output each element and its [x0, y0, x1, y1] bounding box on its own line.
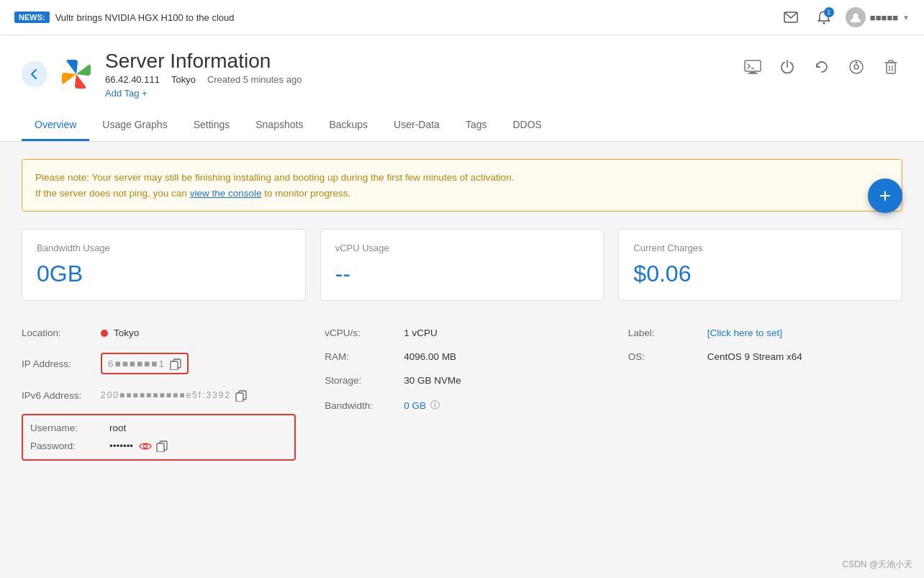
charges-value: $0.06	[633, 261, 887, 287]
page-title: Server Information	[105, 50, 302, 73]
tab-backups[interactable]: Backups	[316, 110, 381, 141]
location-label: Location:	[22, 328, 101, 338]
svg-rect-16	[236, 393, 243, 402]
stat-card-vcpu: vCPU Usage --	[320, 229, 604, 301]
power-icon[interactable]	[776, 55, 799, 78]
credentials-wrapper: Username: root Password: •••••••	[22, 414, 296, 461]
notification-icon[interactable]: 1	[812, 6, 835, 29]
tab-bar: Overview Usage Graphs Settings Snapshots…	[22, 110, 902, 141]
username-row: Username: root	[30, 420, 287, 436]
svg-rect-10	[887, 63, 895, 73]
news-bar: NEWS: Vultr brings NVIDIA HGX H100 to th…	[0, 0, 924, 35]
copy-password-icon[interactable]	[156, 439, 168, 452]
delete-icon[interactable]	[879, 55, 902, 78]
os-label: OS:	[628, 351, 707, 362]
svg-point-17	[144, 445, 148, 448]
charges-label: Current Charges	[633, 243, 887, 253]
ram-row: RAM: 4096.00 MB	[325, 345, 599, 369]
location-row: Location: Tokyo	[22, 321, 296, 345]
os-row: OS: CentOS 9 Stream x64	[628, 345, 902, 369]
label-set-link[interactable]: [Click here to set]	[707, 328, 782, 338]
svg-rect-3	[745, 60, 761, 71]
info-grid: Location: Tokyo IP Address: 6■■■■■■1	[22, 321, 902, 461]
location-dot	[101, 330, 108, 337]
disk-icon[interactable]	[845, 55, 868, 78]
news-bar-right: 1 ■■■■■ ▼	[779, 6, 910, 29]
tab-snapshots[interactable]: Snapshots	[243, 110, 316, 141]
bandwidth-row: Bandwidth: 0 GB ⓘ	[325, 392, 599, 418]
vcpus-value: 1 vCPU	[404, 328, 438, 338]
server-meta: 66.42.40.111 Tokyo Created 5 minutes ago	[105, 74, 302, 85]
svg-rect-14	[171, 361, 178, 370]
tab-tags[interactable]: Tags	[453, 110, 500, 141]
view-console-link[interactable]: view the console	[190, 188, 262, 199]
ip-wrapper: 6■■■■■■1	[101, 353, 189, 374]
bandwidth-info-value[interactable]: 0 GB	[404, 400, 426, 411]
ip-value: 6■■■■■■1	[108, 358, 166, 369]
info-col-2: vCPU/s: 1 vCPU RAM: 4096.00 MB Storage: …	[325, 321, 599, 461]
tab-user-data[interactable]: User-Data	[381, 110, 453, 141]
header-actions	[741, 50, 902, 78]
vcpus-label: vCPU/s:	[325, 328, 404, 338]
bandwidth-value: 0GB	[37, 261, 291, 287]
tab-ddos[interactable]: DDOS	[499, 110, 554, 141]
stat-card-charges: Current Charges $0.06	[618, 229, 902, 301]
user-dropdown-icon: ▼	[902, 14, 910, 22]
main-content: Please note: Your server may still be fi…	[0, 142, 924, 545]
label-info-label: Label:	[628, 328, 707, 338]
password-row: Password: •••••••	[30, 436, 287, 455]
add-tag-button[interactable]: Add Tag +	[105, 88, 148, 99]
ip-row: IP Address: 6■■■■■■1	[22, 345, 296, 382]
ram-label: RAM:	[325, 351, 404, 362]
show-password-icon[interactable]	[139, 441, 152, 451]
notice-line2-pre: If the server does not ping, you can	[35, 188, 190, 199]
notification-badge: 1	[824, 7, 834, 17]
copy-ip-icon[interactable]	[170, 357, 181, 370]
location-value: Tokyo	[114, 328, 139, 338]
server-title: Server Information 66.42.40.111 Tokyo Cr…	[105, 50, 302, 99]
stat-card-bandwidth: Bandwidth Usage 0GB	[22, 229, 306, 301]
console-icon[interactable]	[741, 55, 764, 78]
tab-usage-graphs[interactable]: Usage Graphs	[89, 110, 180, 141]
svg-point-8	[854, 65, 859, 69]
username-display: ■■■■■	[870, 12, 898, 23]
bandwidth-info-label: Bandwidth:	[325, 400, 404, 411]
back-button[interactable]	[22, 61, 47, 87]
news-label: NEWS:	[14, 12, 50, 23]
server-location: Tokyo	[171, 74, 196, 85]
ipv6-value: 200■■■■■■■■■■e5f:3392	[101, 390, 231, 400]
svg-point-9	[856, 62, 858, 64]
ip-label: IP Address:	[22, 358, 101, 369]
notice-line2: If the server does not ping, you can vie…	[35, 186, 889, 202]
os-value: CentOS 9 Stream x64	[707, 351, 802, 362]
tab-overview[interactable]: Overview	[22, 110, 89, 141]
ram-value: 4096.00 MB	[404, 351, 456, 362]
news-text: Vultr brings NVIDIA HGX H100 to the clou…	[55, 12, 235, 23]
fab-button[interactable]: +	[868, 179, 902, 213]
server-ip: 66.42.40.111	[105, 74, 160, 85]
svg-point-1	[823, 22, 825, 24]
bandwidth-label: Bandwidth Usage	[37, 243, 291, 253]
ipv6-row: IPv6 Address: 200■■■■■■■■■■e5f:3392	[22, 382, 296, 408]
ipv6-label: IPv6 Address:	[22, 390, 101, 401]
label-row: Label: [Click here to set]	[628, 321, 902, 345]
copy-ipv6-icon[interactable]	[235, 389, 247, 402]
header-left: Server Information 66.42.40.111 Tokyo Cr…	[22, 50, 302, 99]
vcpu-value: --	[335, 261, 589, 287]
tab-settings[interactable]: Settings	[181, 110, 243, 141]
stats-row: Bandwidth Usage 0GB vCPU Usage -- Curren…	[22, 229, 902, 301]
mail-icon[interactable]	[779, 6, 802, 29]
username-label: Username:	[30, 423, 109, 433]
password-label: Password:	[30, 441, 109, 451]
bandwidth-help-icon[interactable]: ⓘ	[430, 399, 440, 412]
news-bar-left: NEWS: Vultr brings NVIDIA HGX H100 to th…	[14, 12, 234, 23]
server-created: Created 5 minutes ago	[207, 74, 302, 85]
password-value: •••••••	[109, 441, 133, 451]
user-menu[interactable]: ■■■■■ ▼	[846, 7, 910, 27]
restart-icon[interactable]	[810, 55, 833, 78]
page-header: Server Information 66.42.40.111 Tokyo Cr…	[0, 35, 924, 142]
vcpu-label: vCPU Usage	[335, 243, 589, 253]
storage-label: Storage:	[325, 375, 404, 386]
vcpus-row: vCPU/s: 1 vCPU	[325, 321, 599, 345]
server-icon	[59, 57, 94, 91]
